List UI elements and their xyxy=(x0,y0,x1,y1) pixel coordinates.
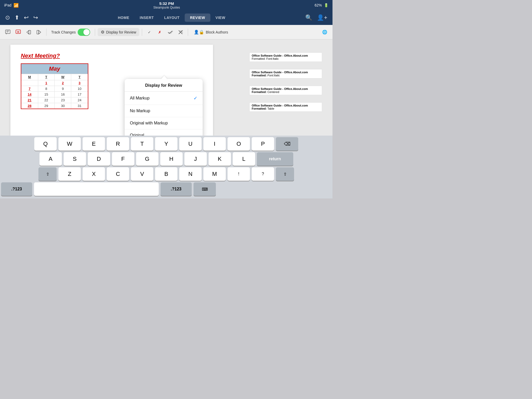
battery-icon: 🔋 xyxy=(324,3,328,7)
key-w[interactable]: W xyxy=(58,137,81,151)
display-for-review-label: Display for Review xyxy=(106,30,136,34)
return-key[interactable]: return xyxy=(257,152,293,166)
cal-cell: 14 xyxy=(21,92,38,97)
key-e[interactable]: E xyxy=(83,137,105,151)
key-x[interactable]: X xyxy=(83,167,105,181)
undo-button[interactable]: ↩ xyxy=(24,14,29,21)
key-v[interactable]: V xyxy=(131,167,153,181)
key-l[interactable]: L xyxy=(233,152,255,166)
key-c[interactable]: C xyxy=(107,167,129,181)
key-j[interactable]: J xyxy=(184,152,207,166)
user-plus-icon[interactable]: 👤+ xyxy=(317,14,327,21)
track-changes-toggle[interactable] xyxy=(78,29,90,36)
annotation-1-detail: Formatted: Font:Italic xyxy=(252,74,320,77)
annotation-3-detail: Formatted: Table xyxy=(252,107,320,110)
display-for-review-button[interactable]: ⚙ Display for Review xyxy=(98,28,139,36)
dropdown-caret xyxy=(161,79,167,79)
annotation-3: Office Software Guide - Office.About.com… xyxy=(249,102,332,112)
accept-button[interactable]: ✓ xyxy=(145,28,154,37)
key-i[interactable]: I xyxy=(203,137,226,151)
delete-key[interactable]: ⌫ xyxy=(276,137,298,151)
key-r[interactable]: R xyxy=(107,137,129,151)
next-change-button[interactable] xyxy=(34,28,44,37)
tab-view[interactable]: VIEW xyxy=(210,14,231,22)
cal-cell: 31 xyxy=(71,103,88,109)
toolbar: Track Changes ⚙ Display for Review ✓ ✗ 👤… xyxy=(0,25,332,39)
dropdown-item-no-markup[interactable]: No Markup xyxy=(125,105,203,117)
key-t[interactable]: T xyxy=(131,137,153,151)
dropdown-item-original[interactable]: Original xyxy=(125,129,203,136)
key-p[interactable]: P xyxy=(252,137,274,151)
dropdown-item-original-with-markup[interactable]: Original with Markup xyxy=(125,117,203,129)
status-bar-center: 5:32 PM Steampunk Quotes xyxy=(153,1,180,9)
track-changes-label: Track Changes xyxy=(51,30,76,34)
key-g[interactable]: G xyxy=(136,152,158,166)
dropdown-title: Display for Review xyxy=(125,79,203,92)
redo-button[interactable]: ↪ xyxy=(33,14,38,21)
accept-all-button[interactable] xyxy=(165,28,175,37)
key-h[interactable]: H xyxy=(160,152,183,166)
separator-2 xyxy=(95,29,95,36)
prev-change-button[interactable] xyxy=(24,28,33,37)
keyboard-bottom-row: .?123 .?123 ⌨ xyxy=(0,181,332,198)
cal-cell: 3 xyxy=(71,80,88,86)
tab-insert[interactable]: INSERT xyxy=(135,14,159,22)
key-s[interactable]: S xyxy=(64,152,86,166)
shift-key-right[interactable]: ⇧ xyxy=(276,167,294,181)
shift-key[interactable]: ⇧ xyxy=(38,167,57,181)
search-icon[interactable]: 🔍 xyxy=(305,14,312,21)
key-q[interactable]: Q xyxy=(34,137,57,151)
key-question[interactable]: ? xyxy=(252,167,274,181)
keyboard-dismiss-key[interactable]: ⌨ xyxy=(194,182,216,196)
cal-cell: 8 xyxy=(38,86,55,92)
nav-right: 🔍 👤+ xyxy=(305,14,327,21)
cal-cell: 24 xyxy=(71,97,88,103)
tab-home[interactable]: HOME xyxy=(113,14,135,22)
cal-cell: 15 xyxy=(38,92,55,97)
calendar-table: May M T W T 1 2 3 7 8 9 10 14 15 xyxy=(21,63,88,109)
cal-cell: 7 xyxy=(21,86,38,92)
key-u[interactable]: U xyxy=(179,137,202,151)
numbers-key-left[interactable]: .?123 xyxy=(1,182,32,196)
cal-cell xyxy=(21,80,38,86)
original-label: Original xyxy=(130,133,144,136)
language-button[interactable]: 🌐 xyxy=(320,28,329,37)
key-k[interactable]: K xyxy=(209,152,231,166)
new-comment-button[interactable] xyxy=(3,28,12,37)
reject-all-button[interactable] xyxy=(176,28,185,37)
nav-tabs: HOME INSERT LAYOUT REVIEW VIEW xyxy=(113,14,231,22)
svg-marker-8 xyxy=(39,30,41,34)
battery-percent: 62% xyxy=(315,3,322,7)
key-exclaim[interactable]: ! xyxy=(228,167,250,181)
back-circle-button[interactable]: ⊙ xyxy=(5,14,10,21)
delete-comment-button[interactable] xyxy=(14,28,23,37)
key-y[interactable]: Y xyxy=(155,137,177,151)
key-b[interactable]: B xyxy=(155,167,177,181)
tab-review[interactable]: REVIEW xyxy=(185,14,210,22)
reject-button[interactable]: ✗ xyxy=(155,28,164,37)
cal-cell: 16 xyxy=(55,92,71,97)
cal-cell: 28 xyxy=(21,103,38,109)
key-m[interactable]: M xyxy=(203,167,226,181)
keyboard: Q W E R T Y U I O P ⌫ A S D F G H J K L … xyxy=(0,136,332,198)
svg-rect-7 xyxy=(29,30,31,34)
dropdown-item-all-markup[interactable]: All Markup ✓ xyxy=(125,92,203,105)
key-o[interactable]: O xyxy=(228,137,250,151)
next-meeting-heading: Next Meeting? xyxy=(21,52,203,59)
annotation-0-title: Office Software Guide - Office.About.com xyxy=(252,54,320,57)
space-key[interactable] xyxy=(34,182,159,196)
document-area: Next Meeting? May M T W T 1 2 3 7 8 9 10 xyxy=(0,39,332,136)
no-markup-label: No Markup xyxy=(130,109,150,113)
key-z[interactable]: Z xyxy=(58,167,81,181)
share-button[interactable]: ⬆ xyxy=(15,14,19,21)
key-f[interactable]: F xyxy=(112,152,134,166)
svg-rect-0 xyxy=(5,30,10,34)
annotation-0-detail: Formatted: Font:Italic xyxy=(252,57,320,60)
key-d[interactable]: D xyxy=(88,152,110,166)
numbers-key-right[interactable]: .?123 xyxy=(161,182,192,196)
tab-layout[interactable]: LAYOUT xyxy=(159,14,185,22)
key-a[interactable]: A xyxy=(39,152,62,166)
block-authors-button[interactable]: 👤🔒 Block Authors xyxy=(191,28,231,36)
keyboard-row-2: A S D F G H J K L return xyxy=(0,151,332,166)
key-n[interactable]: N xyxy=(179,167,202,181)
